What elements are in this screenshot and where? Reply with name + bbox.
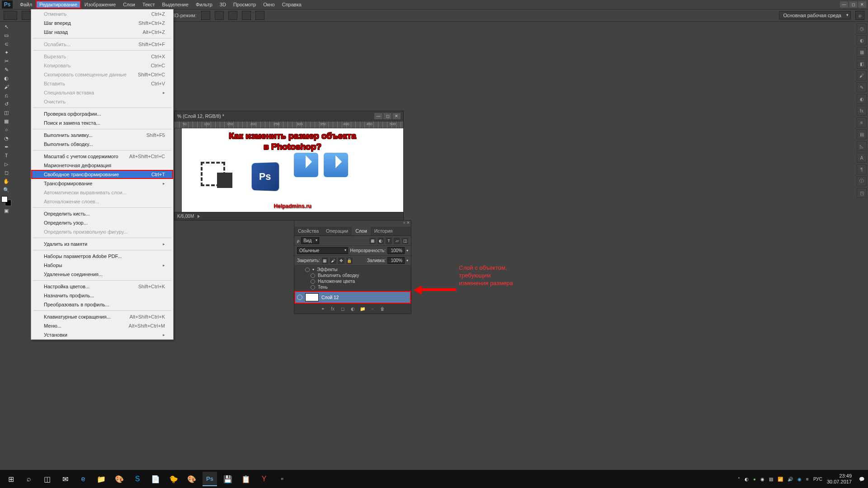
menu-item[interactable]: Автоматически выравнивать слои... <box>31 188 173 197</box>
maximize-icon[interactable]: ◻ <box>849 1 857 8</box>
tray-lang[interactable]: РУС <box>813 477 822 482</box>
lock-transparent-icon[interactable]: ▦ <box>322 258 328 264</box>
effect-visibility-icon[interactable] <box>311 273 315 278</box>
fill-field[interactable]: 100% <box>387 257 405 264</box>
3d-icon-3[interactable] <box>228 11 237 20</box>
menu-item[interactable]: Удалить из памяти▸ <box>31 239 173 249</box>
tool-indicator[interactable] <box>4 11 17 20</box>
eraser-tool-icon[interactable]: ◫ <box>1 108 12 117</box>
tray-notifications-icon[interactable]: 💬 <box>859 477 864 482</box>
eyedropper-tool-icon[interactable]: ✎ <box>1 66 12 74</box>
marquee-tool-icon[interactable]: ▭ <box>1 31 12 39</box>
tray-chevron-icon[interactable]: ˄ <box>738 477 740 482</box>
mail-icon[interactable]: ✉ <box>58 472 72 486</box>
new-layer-icon[interactable]: ▫ <box>369 305 376 312</box>
fx-icon[interactable]: fx <box>330 305 336 312</box>
menu-item[interactable]: Специальная вставка▸ <box>31 88 173 97</box>
menu-item[interactable]: ОтменитьCtrl+Z <box>31 9 173 19</box>
minimize-icon[interactable]: — <box>840 1 848 8</box>
lock-all-icon[interactable]: 🔒 <box>346 258 353 264</box>
blend-mode-select[interactable]: Обычные <box>297 247 348 254</box>
effect-stroke[interactable]: Выполнить обводку <box>294 272 411 278</box>
tray-volume-icon[interactable]: 🔊 <box>788 477 793 482</box>
menu-item[interactable]: ВырезатьCtrl+X <box>31 52 173 61</box>
search-taskbar-icon[interactable]: ⌕ <box>22 472 36 486</box>
menu-3d[interactable]: 3D <box>216 0 230 9</box>
menu-item[interactable]: Клавиатурные сокращения...Alt+Shift+Ctrl… <box>31 312 173 321</box>
effect-shadow[interactable]: Тень <box>294 284 411 290</box>
status-chevron-icon[interactable] <box>198 215 200 218</box>
history-panel-icon[interactable]: ◷ <box>857 23 867 33</box>
panel-close-icon[interactable]: ✕ <box>406 221 410 227</box>
3d-icon-4[interactable] <box>242 11 251 20</box>
heal-tool-icon[interactable]: ◐ <box>1 74 12 82</box>
filter-type-icon[interactable]: T <box>386 238 392 244</box>
workspace-selector[interactable]: Основная рабочая среда <box>779 11 851 19</box>
ruler-vertical[interactable] <box>175 128 182 212</box>
doc-minimize-icon[interactable]: — <box>374 113 382 119</box>
menu-item[interactable]: Настройка цветов...Shift+Ctrl+K <box>31 282 173 291</box>
adjustment-icon[interactable]: ◐ <box>349 305 356 312</box>
menu-filter[interactable]: Фильтр <box>192 0 216 9</box>
3d-icon-2[interactable] <box>215 11 224 20</box>
menu-view[interactable]: Просмотр <box>230 0 259 9</box>
menu-item[interactable]: Шаг впередShift+Ctrl+Z <box>31 19 173 28</box>
filter-smart-icon[interactable]: ◫ <box>402 238 408 244</box>
doc-maximize-icon[interactable]: ◻ <box>383 113 392 119</box>
filter-kind-select[interactable]: Вид <box>301 237 319 244</box>
app-icon-3[interactable]: 🐤 <box>166 472 181 486</box>
effects-header[interactable]: ▾Эффекты <box>294 267 411 272</box>
trash-icon[interactable]: 🗑 <box>379 305 386 312</box>
explorer-icon[interactable]: 📁 <box>94 472 108 486</box>
tab-layers[interactable]: Слои <box>352 227 371 235</box>
menu-item[interactable]: Наборы▸ <box>31 261 173 270</box>
menu-item[interactable]: Выполнить обводку... <box>31 140 173 149</box>
color-panel-icon[interactable]: ◐ <box>857 35 867 45</box>
tab-actions[interactable]: Операции <box>322 227 352 235</box>
menu-item[interactable]: Определить произвольную фигуру... <box>31 227 173 236</box>
gradient-tool-icon[interactable]: ▦ <box>1 117 12 125</box>
stamp-tool-icon[interactable]: ⎌ <box>1 91 12 99</box>
quickmask-icon[interactable]: ▣ <box>1 206 12 215</box>
lock-pixels-icon[interactable]: 🖌 <box>330 258 336 264</box>
start-button-icon[interactable]: ⊞ <box>4 472 18 486</box>
zoom-tool-icon[interactable]: 🔍 <box>1 186 12 194</box>
menu-window[interactable]: Окно <box>259 0 278 9</box>
tray-network-icon[interactable]: 📶 <box>778 477 783 482</box>
filter-shape-icon[interactable]: ▱ <box>394 238 400 244</box>
layer-thumbnail[interactable] <box>305 293 319 301</box>
adjust-panel-icon[interactable]: ◐ <box>857 94 867 104</box>
info-panel-icon[interactable]: ⓘ <box>857 176 867 186</box>
effects-visibility-icon[interactable] <box>305 267 310 272</box>
layers-panel-icon[interactable]: ≡ <box>857 117 867 127</box>
path-tool-icon[interactable]: ▷ <box>1 160 12 168</box>
menu-image[interactable]: Изображение <box>81 0 119 9</box>
tray-icon-6[interactable]: ≡ <box>806 477 809 482</box>
ruler-horizontal[interactable]: 5010015020025030035040045050055060065070… <box>175 121 403 128</box>
type-tool-icon[interactable]: T <box>1 151 12 160</box>
menu-layers[interactable]: Слои <box>119 0 139 9</box>
3d-icon-5[interactable] <box>255 11 264 20</box>
layer-row-selected[interactable]: Слой 12 <box>294 291 411 304</box>
app-icon-2[interactable]: 📄 <box>148 472 163 486</box>
prop-panel-icon[interactable]: ◧ <box>857 59 867 69</box>
doc-close-icon[interactable]: ✕ <box>392 113 401 119</box>
menu-item[interactable]: Очистить <box>31 97 173 106</box>
menu-item[interactable]: ВставитьCtrl+V <box>31 79 173 88</box>
para-panel-icon[interactable]: ¶ <box>857 164 867 174</box>
menu-item[interactable]: Выполнить заливку...Shift+F5 <box>31 131 173 140</box>
blur-tool-icon[interactable]: ○ <box>1 126 12 134</box>
menu-item[interactable]: Преобразовать в профиль... <box>31 300 173 309</box>
menu-file[interactable]: Файл <box>16 0 36 9</box>
crop-tool-icon[interactable]: ✂ <box>1 57 12 65</box>
brush-presets-icon[interactable]: ✎ <box>857 82 867 92</box>
hand-tool-icon[interactable]: ✋ <box>1 177 12 185</box>
tab-history[interactable]: История <box>371 227 396 235</box>
menu-item[interactable]: Проверка орфографии... <box>31 109 173 118</box>
tray-icon-3[interactable]: ◉ <box>760 477 764 482</box>
menu-help[interactable]: Справка <box>278 0 305 9</box>
photoshop-taskbar-icon[interactable]: Ps <box>203 472 217 486</box>
swatches-panel-icon[interactable]: ▦ <box>857 47 867 57</box>
menu-item[interactable]: Ослабить...Shift+Ctrl+F <box>31 40 173 49</box>
char-panel-icon[interactable]: A <box>857 153 867 163</box>
